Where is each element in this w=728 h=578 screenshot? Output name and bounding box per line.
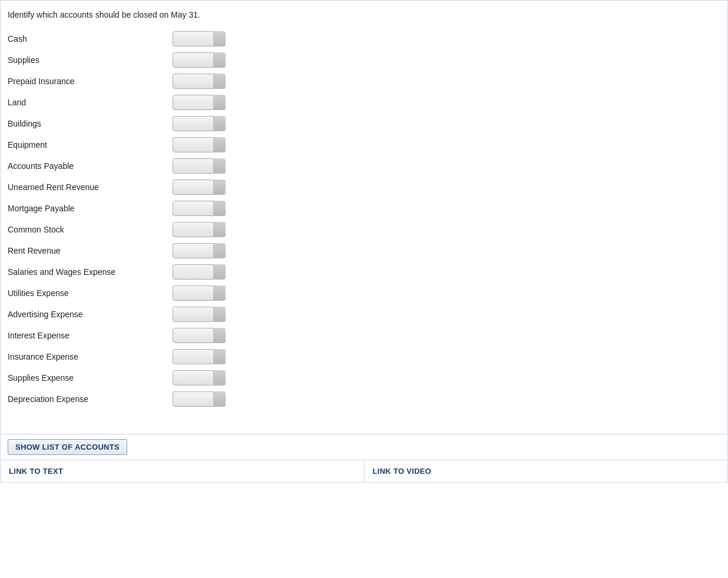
- account-row-land: LandYesNo: [8, 92, 720, 112]
- account-label-interest-expense: Interest Expense: [8, 331, 173, 340]
- footer-right: LINK TO VIDEO: [365, 460, 728, 482]
- show-accounts-button[interactable]: SHOW LIST OF ACCOUNTS: [8, 439, 127, 455]
- account-label-salaries-wages-expense: Salaries and Wages Expense: [8, 267, 173, 277]
- select-wrapper-equipment: YesNo: [173, 137, 226, 152]
- instruction-text: Identify which accounts should be closed…: [1, 1, 727, 26]
- select-wrapper-interest-expense: YesNo: [173, 328, 226, 343]
- account-row-salaries-wages-expense: Salaries and Wages ExpenseYesNo: [8, 262, 720, 282]
- select-wrapper-unearned-rent-revenue: YesNo: [173, 180, 226, 195]
- account-select-mortgage-payable[interactable]: YesNo: [173, 201, 226, 216]
- account-select-buildings[interactable]: YesNo: [173, 116, 226, 131]
- account-row-utilities-expense: Utilities ExpenseYesNo: [8, 283, 720, 303]
- account-row-rent-revenue: Rent RevenueYesNo: [8, 241, 720, 261]
- account-label-supplies: Supplies: [8, 55, 173, 65]
- footer-left: LINK TO TEXT: [1, 460, 365, 482]
- account-select-equipment[interactable]: YesNo: [173, 137, 226, 152]
- select-wrapper-land: YesNo: [173, 95, 226, 110]
- account-row-common-stock: Common StockYesNo: [8, 220, 720, 240]
- main-container: Identify which accounts should be closed…: [0, 0, 728, 483]
- account-label-land: Land: [8, 98, 173, 107]
- select-wrapper-utilities-expense: YesNo: [173, 285, 226, 301]
- account-label-utilities-expense: Utilities Expense: [8, 288, 173, 298]
- account-row-mortgage-payable: Mortgage PayableYesNo: [8, 198, 720, 218]
- account-select-depreciation-expense[interactable]: YesNo: [173, 391, 226, 407]
- account-select-prepaid-insurance[interactable]: YesNo: [173, 74, 226, 89]
- account-label-mortgage-payable: Mortgage Payable: [8, 204, 173, 213]
- account-select-land[interactable]: YesNo: [173, 95, 226, 110]
- account-row-depreciation-expense: Depreciation ExpenseYesNo: [8, 389, 720, 409]
- account-label-prepaid-insurance: Prepaid Insurance: [8, 77, 173, 86]
- account-label-advertising-expense: Advertising Expense: [8, 310, 173, 319]
- link-to-text-button[interactable]: LINK TO TEXT: [1, 463, 71, 480]
- account-select-utilities-expense[interactable]: YesNo: [173, 285, 226, 301]
- footer-row-links: LINK TO TEXT LINK TO VIDEO: [1, 460, 727, 482]
- account-row-supplies: SuppliesYesNo: [8, 50, 720, 70]
- select-wrapper-rent-revenue: YesNo: [173, 243, 226, 258]
- account-label-common-stock: Common Stock: [8, 225, 173, 234]
- account-select-supplies-expense[interactable]: YesNo: [173, 370, 226, 386]
- select-wrapper-common-stock: YesNo: [173, 222, 226, 237]
- account-select-accounts-payable[interactable]: YesNo: [173, 158, 226, 174]
- account-row-buildings: BuildingsYesNo: [8, 114, 720, 134]
- account-row-supplies-expense: Supplies ExpenseYesNo: [8, 368, 720, 388]
- select-wrapper-cash: YesNo: [173, 31, 226, 46]
- account-select-cash[interactable]: YesNo: [173, 31, 226, 46]
- account-label-unearned-rent-revenue: Unearned Rent Revenue: [8, 182, 173, 192]
- select-wrapper-insurance-expense: YesNo: [173, 349, 226, 364]
- account-row-insurance-expense: Insurance ExpenseYesNo: [8, 347, 720, 367]
- account-label-accounts-payable: Accounts Payable: [8, 161, 173, 171]
- account-select-unearned-rent-revenue[interactable]: YesNo: [173, 180, 226, 195]
- account-label-rent-revenue: Rent Revenue: [8, 246, 173, 255]
- account-select-common-stock[interactable]: YesNo: [173, 222, 226, 237]
- account-row-accounts-payable: Accounts PayableYesNo: [8, 156, 720, 176]
- select-wrapper-supplies-expense: YesNo: [173, 370, 226, 386]
- account-select-advertising-expense[interactable]: YesNo: [173, 307, 226, 322]
- account-select-rent-revenue[interactable]: YesNo: [173, 243, 226, 258]
- account-label-depreciation-expense: Depreciation Expense: [8, 394, 173, 404]
- select-wrapper-supplies: YesNo: [173, 52, 226, 68]
- select-wrapper-buildings: YesNo: [173, 116, 226, 131]
- account-row-cash: CashYesNo: [8, 29, 720, 49]
- account-label-equipment: Equipment: [8, 140, 173, 150]
- account-label-supplies-expense: Supplies Expense: [8, 373, 173, 383]
- account-row-interest-expense: Interest ExpenseYesNo: [8, 325, 720, 346]
- account-select-supplies[interactable]: YesNo: [173, 52, 226, 68]
- footer-bar: SHOW LIST OF ACCOUNTS LINK TO TEXT LINK …: [1, 434, 727, 482]
- account-label-insurance-expense: Insurance Expense: [8, 352, 173, 361]
- link-to-video-button[interactable]: LINK TO VIDEO: [365, 463, 440, 480]
- footer-row-show-accounts: SHOW LIST OF ACCOUNTS: [1, 434, 727, 460]
- select-wrapper-mortgage-payable: YesNo: [173, 201, 226, 216]
- select-wrapper-accounts-payable: YesNo: [173, 158, 226, 174]
- account-row-unearned-rent-revenue: Unearned Rent RevenueYesNo: [8, 177, 720, 197]
- accounts-list: CashYesNoSuppliesYesNoPrepaid InsuranceY…: [1, 26, 727, 422]
- select-wrapper-advertising-expense: YesNo: [173, 307, 226, 322]
- account-label-buildings: Buildings: [8, 119, 173, 128]
- select-wrapper-salaries-wages-expense: YesNo: [173, 264, 226, 280]
- select-wrapper-prepaid-insurance: YesNo: [173, 74, 226, 89]
- account-select-salaries-wages-expense[interactable]: YesNo: [173, 264, 226, 280]
- account-label-cash: Cash: [8, 34, 173, 44]
- account-select-insurance-expense[interactable]: YesNo: [173, 349, 226, 364]
- account-row-advertising-expense: Advertising ExpenseYesNo: [8, 304, 720, 324]
- account-row-equipment: EquipmentYesNo: [8, 135, 720, 155]
- account-row-prepaid-insurance: Prepaid InsuranceYesNo: [8, 71, 720, 91]
- select-wrapper-depreciation-expense: YesNo: [173, 391, 226, 407]
- account-select-interest-expense[interactable]: YesNo: [173, 328, 226, 343]
